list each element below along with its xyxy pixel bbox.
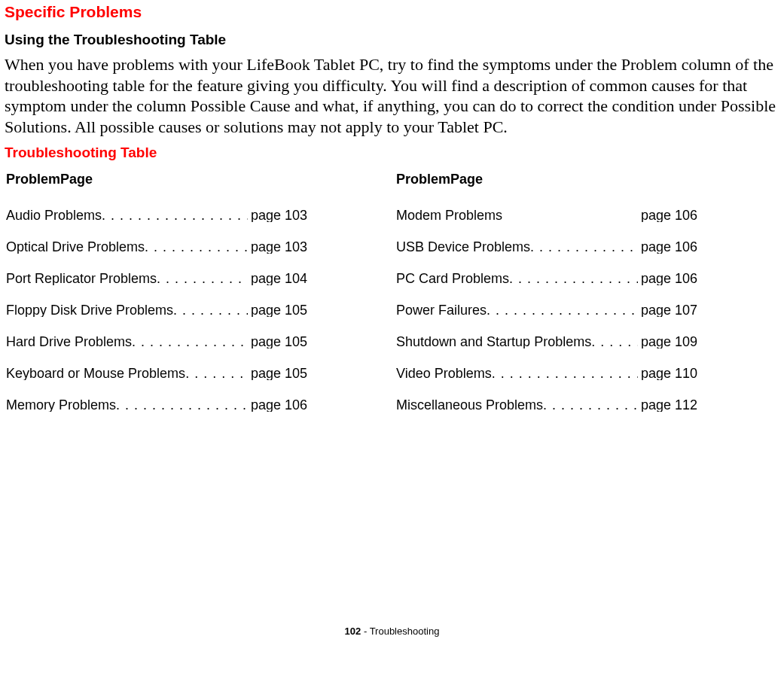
toc-label: Video Problems bbox=[396, 367, 492, 380]
toc-entry: Hard Drive Problems page 105 bbox=[6, 335, 307, 349]
toc-page-ref: page 106 bbox=[638, 240, 697, 254]
footer-page-number: 102 bbox=[345, 626, 361, 637]
toc-label: Floppy Disk Drive Problems bbox=[6, 303, 173, 317]
subheading-using-table: Using the Troubleshooting Table bbox=[5, 32, 779, 48]
toc-leaders bbox=[157, 272, 248, 285]
toc-entry: Port Replicator Problems page 104 bbox=[6, 272, 307, 285]
column-header-right: ProblemPage bbox=[396, 172, 697, 187]
toc-page-ref: page 112 bbox=[638, 398, 697, 412]
subheading-troubleshooting-table: Troubleshooting Table bbox=[5, 145, 779, 161]
toc-entry: Miscellaneous Problems page 112 bbox=[396, 398, 697, 412]
toc-label: Miscellaneous Problems bbox=[396, 398, 543, 412]
toc-leaders bbox=[116, 398, 248, 412]
page-footer: 102 - Troubleshooting bbox=[5, 626, 779, 644]
toc-entry: Memory Problems page 106 bbox=[6, 398, 307, 412]
toc-leaders bbox=[173, 303, 248, 317]
toc-leaders bbox=[132, 335, 248, 349]
toc-right-column: ProblemPage Modem Problems page 106 USB … bbox=[396, 172, 697, 430]
section-heading-specific-problems: Specific Problems bbox=[5, 3, 779, 21]
toc-leaders bbox=[102, 209, 248, 222]
toc-leaders bbox=[185, 367, 248, 380]
toc-entry: Keyboard or Mouse Problems page 105 bbox=[6, 367, 307, 380]
document-page: Specific Problems Using the Troubleshoot… bbox=[0, 3, 784, 644]
toc-label: Hard Drive Problems bbox=[6, 335, 132, 349]
toc-page-ref: page 103 bbox=[248, 209, 307, 222]
toc-label: Port Replicator Problems bbox=[6, 272, 157, 285]
toc-entry: Optical Drive Problems page 103 bbox=[6, 240, 307, 254]
toc-label: Modem Problems bbox=[396, 209, 502, 222]
toc-left-column: ProblemPage Audio Problems page 103 Opti… bbox=[6, 172, 307, 430]
toc-page-ref: page 103 bbox=[248, 240, 307, 254]
body-paragraph: When you have problems with your LifeBoo… bbox=[5, 54, 779, 137]
toc-page-ref: page 104 bbox=[248, 272, 307, 285]
toc-entry: Power Failures page 107 bbox=[396, 303, 697, 317]
toc-page-ref: page 106 bbox=[638, 272, 697, 285]
toc-page-ref: page 106 bbox=[248, 398, 307, 412]
toc-page-ref: page 106 bbox=[638, 209, 697, 222]
toc-label: Audio Problems bbox=[6, 209, 102, 222]
toc-entry: Floppy Disk Drive Problems page 105 bbox=[6, 303, 307, 317]
toc-leaders bbox=[492, 367, 638, 380]
toc-leaders bbox=[487, 303, 638, 317]
toc-label: Shutdown and Startup Problems bbox=[396, 335, 591, 349]
toc-entry: USB Device Problems page 106 bbox=[396, 240, 697, 254]
toc-leaders bbox=[543, 398, 638, 412]
footer-separator: - bbox=[361, 626, 369, 637]
toc-label: PC Card Problems bbox=[396, 272, 509, 285]
toc-label: Optical Drive Problems bbox=[6, 240, 145, 254]
toc-page-ref: page 110 bbox=[638, 367, 697, 380]
troubleshooting-toc: ProblemPage Audio Problems page 103 Opti… bbox=[5, 172, 779, 430]
toc-page-ref: page 105 bbox=[248, 303, 307, 317]
toc-leaders bbox=[502, 209, 638, 222]
toc-entry: Video Problems page 110 bbox=[396, 367, 697, 380]
toc-page-ref: page 109 bbox=[638, 335, 697, 349]
footer-section: Troubleshooting bbox=[370, 626, 440, 637]
toc-leaders bbox=[591, 335, 638, 349]
toc-leaders bbox=[145, 240, 248, 254]
toc-label: Power Failures bbox=[396, 303, 487, 317]
toc-label: Memory Problems bbox=[6, 398, 116, 412]
toc-entry: Audio Problems page 103 bbox=[6, 209, 307, 222]
toc-page-ref: page 107 bbox=[638, 303, 697, 317]
toc-page-ref: page 105 bbox=[248, 335, 307, 349]
toc-entry: Shutdown and Startup Problems page 109 bbox=[396, 335, 697, 349]
toc-label: Keyboard or Mouse Problems bbox=[6, 367, 185, 380]
toc-leaders bbox=[509, 272, 638, 285]
column-header-left: ProblemPage bbox=[6, 172, 307, 187]
toc-label: USB Device Problems bbox=[396, 240, 530, 254]
toc-entry: Modem Problems page 106 bbox=[396, 209, 697, 222]
toc-leaders bbox=[530, 240, 638, 254]
toc-entry: PC Card Problems page 106 bbox=[396, 272, 697, 285]
toc-page-ref: page 105 bbox=[248, 367, 307, 380]
